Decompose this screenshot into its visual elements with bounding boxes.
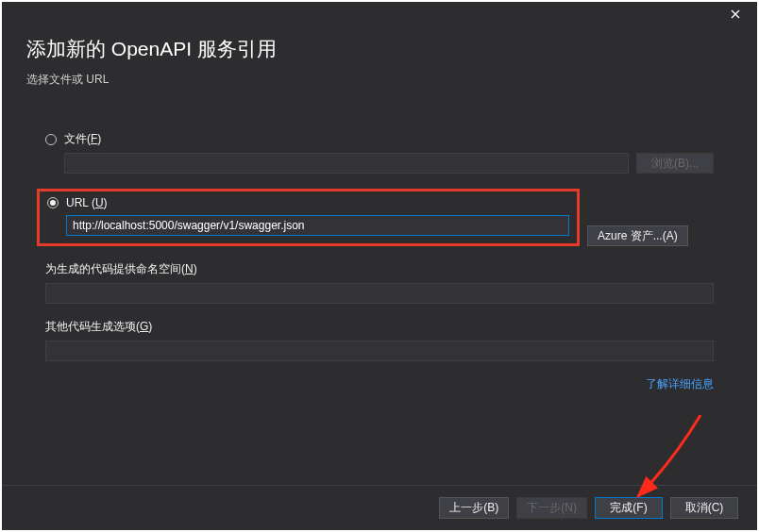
url-radio-label: URL (U)	[66, 196, 108, 209]
url-radio-row[interactable]: URL (U)	[47, 196, 569, 209]
url-input[interactable]	[66, 215, 569, 236]
dialog-footer: 上一步(B) 下一步(N) 完成(F) 取消(C)	[2, 485, 757, 530]
file-path-input[interactable]	[64, 153, 629, 174]
back-button[interactable]: 上一步(B)	[439, 497, 509, 519]
radio-icon	[45, 134, 57, 145]
codegen-options-section: 其他代码生成选项(G)	[45, 319, 714, 361]
close-icon	[731, 9, 740, 19]
dialog-window: 添加新的 OpenAPI 服务引用 选择文件或 URL 文件(F) 浏览(B).…	[2, 2, 757, 530]
file-input-row: 浏览(B)...	[64, 153, 714, 174]
close-button[interactable]	[719, 4, 751, 25]
namespace-label: 为生成的代码提供命名空间(N)	[45, 261, 714, 277]
file-radio-label: 文件(F)	[64, 131, 101, 147]
url-section: URL (U) Azure 资产...(A)	[45, 189, 714, 246]
dialog-title: 添加新的 OpenAPI 服务引用	[26, 36, 733, 62]
namespace-section: 为生成的代码提供命名空间(N)	[45, 261, 714, 304]
dialog-subtitle: 选择文件或 URL	[26, 72, 733, 88]
dialog-content: 文件(F) 浏览(B)... URL (U) Azure 资产...(A) 为生…	[2, 105, 757, 402]
learn-more-row: 了解详细信息	[45, 376, 714, 392]
browse-button[interactable]: 浏览(B)...	[636, 153, 714, 174]
titlebar	[2, 2, 757, 26]
cancel-button[interactable]: 取消(C)	[670, 497, 738, 519]
codegen-options-label: 其他代码生成选项(G)	[45, 319, 714, 335]
url-highlight-box: URL (U)	[37, 189, 580, 246]
dialog-header: 添加新的 OpenAPI 服务引用 选择文件或 URL	[2, 26, 757, 105]
file-radio-row[interactable]: 文件(F)	[45, 131, 714, 147]
codegen-options-input[interactable]	[45, 341, 714, 361]
next-button[interactable]: 下一步(N)	[516, 497, 587, 519]
learn-more-link[interactable]: 了解详细信息	[646, 377, 714, 391]
azure-assets-button[interactable]: Azure 资产...(A)	[587, 225, 688, 246]
namespace-input[interactable]	[45, 283, 714, 304]
finish-button[interactable]: 完成(F)	[595, 497, 663, 519]
radio-icon	[47, 197, 59, 208]
file-section: 文件(F) 浏览(B)...	[45, 131, 714, 174]
